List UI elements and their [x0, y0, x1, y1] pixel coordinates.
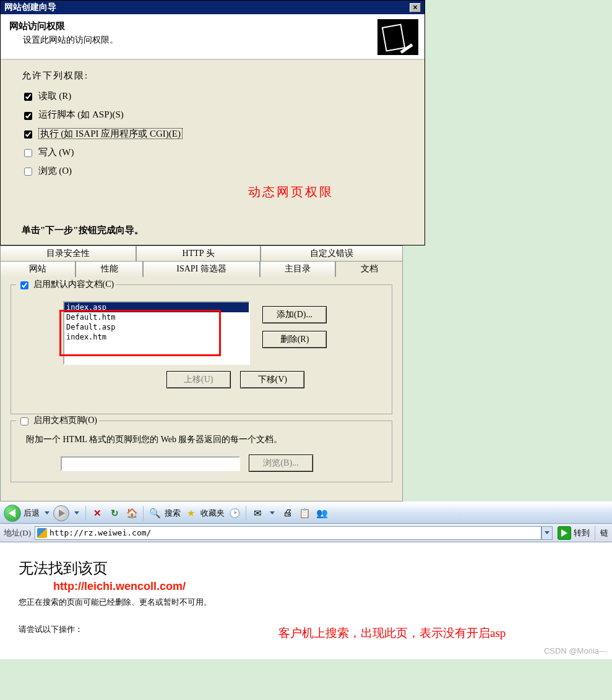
tab-home-dir[interactable]: 主目录 [260, 261, 335, 277]
address-url: http://rz.weiwei.com/ [50, 528, 151, 537]
perm-browse-checkbox[interactable] [24, 168, 32, 176]
doc-listbox[interactable]: index.asp Default.htm Default.asp index.… [63, 301, 250, 365]
perm-write-row: 写入 (W) [22, 147, 415, 159]
address-label: 地址(D) [4, 527, 31, 539]
enable-default-doc-checkbox[interactable] [20, 281, 28, 289]
error-page: 无法找到该页 您正在搜索的页面可能已经删除、更名或暂时不可用。 请尝试以下操作：… [0, 542, 612, 659]
go-button[interactable] [558, 526, 571, 540]
permissions-title: 允许下列权限: [22, 70, 415, 82]
default-doc-group: 启用默认内容文档(C) index.asp Default.htm Defaul… [11, 284, 392, 414]
perm-exec-checkbox[interactable] [24, 130, 32, 139]
toolbar-separator [595, 526, 595, 540]
tab-performance[interactable]: 性能 [75, 261, 143, 277]
list-item[interactable]: Default.asp [64, 322, 249, 332]
forward-button[interactable] [53, 505, 69, 521]
history-icon[interactable]: 🕑 [228, 506, 241, 520]
wizard-footer-text: 单击"下一步"按钮完成向导。 [1, 221, 425, 245]
wizard-title-bar: 网站创建向导 × [1, 1, 425, 14]
print-icon[interactable]: 🖨 [280, 506, 294, 520]
forward-dropdown-icon[interactable] [74, 511, 79, 514]
messenger-icon[interactable]: 👥 [315, 506, 329, 520]
wizard-header: 网站访问权限 设置此网站的访问权限。 [1, 14, 425, 60]
home-icon[interactable]: 🏠 [125, 506, 139, 520]
tab-row-1: 目录安全性 HTTP 头 自定义错误 [0, 245, 403, 261]
toolbar-separator [143, 506, 144, 521]
tab-isapi[interactable]: ISAPI 筛选器 [143, 261, 260, 277]
toolbar-separator [246, 506, 246, 521]
csdn-watermark: CSDN @Moriia--- [544, 646, 607, 655]
favorites-icon[interactable]: ★ [184, 506, 197, 520]
mail-icon[interactable]: ✉ [251, 506, 264, 520]
perm-write-checkbox[interactable] [24, 149, 32, 157]
tab-dir-security[interactable]: 目录安全性 [0, 245, 136, 261]
perm-browse-row: 浏览 (O) [22, 165, 415, 177]
perm-script-label: 运行脚本 (如 ASP)(S) [38, 109, 124, 119]
doc-footer-legend: 启用文档页脚(O) [16, 415, 99, 427]
error-title: 无法找到该页 [19, 558, 593, 578]
tab-website[interactable]: 网站 [0, 261, 75, 277]
browse-button[interactable]: 浏览(B)... [249, 455, 313, 472]
move-up-button[interactable]: 上移(U) [166, 371, 231, 388]
iis-wizard-dialog: 网站创建向导 × 网站访问权限 设置此网站的访问权限。 允许下列权限: 读取 (… [0, 0, 425, 245]
refresh-icon[interactable]: ↻ [108, 506, 121, 520]
search-label[interactable]: 搜索 [165, 508, 181, 519]
add-button[interactable]: 添加(D)... [262, 306, 327, 323]
list-item[interactable]: index.asp [64, 302, 249, 312]
edit-icon[interactable]: 📋 [298, 506, 311, 520]
wizard-icon [377, 19, 418, 55]
back-dropdown-icon[interactable] [45, 511, 50, 514]
perm-browse-label: 浏览 (O) [38, 166, 72, 176]
address-dropdown[interactable] [541, 526, 553, 540]
list-item[interactable]: Default.htm [64, 312, 249, 322]
tab-row-2: 网站 性能 ISAPI 筛选器 主目录 文档 [0, 261, 403, 277]
wizard-subheading: 设置此网站的访问权限。 [9, 35, 118, 46]
annotation-asp-disabled: 客户机上搜索，出现此页，表示没有开启asp [278, 625, 506, 641]
mail-dropdown-icon[interactable] [270, 511, 275, 514]
perm-read-checkbox[interactable] [24, 93, 32, 101]
tab-custom-errors[interactable]: 自定义错误 [261, 245, 403, 261]
footer-path-input[interactable] [61, 456, 240, 471]
enable-footer-checkbox[interactable] [20, 417, 28, 425]
move-down-button[interactable]: 下移(V) [240, 371, 304, 388]
address-input[interactable]: http://rz.weiwei.com/ [35, 526, 541, 540]
perm-exec-row: 执行 (如 ISAPI 应用程序或 CGI)(E) [22, 128, 415, 140]
ie-page-icon [37, 528, 47, 538]
overlay-url-text: http://leichi.wencoll.com/ [53, 580, 186, 593]
perm-exec-label: 执行 (如 ISAPI 应用程序或 CGI)(E) [38, 128, 183, 139]
back-label: 后退 [24, 508, 40, 519]
list-item[interactable]: index.htm [64, 332, 249, 342]
back-button[interactable] [4, 505, 21, 522]
go-label: 转到 [574, 527, 590, 539]
perm-script-row: 运行脚本 (如 ASP)(S) [22, 109, 415, 121]
toolbar-separator [85, 506, 86, 521]
wizard-heading: 网站访问权限 [9, 20, 118, 32]
search-icon[interactable]: 🔍 [148, 506, 162, 520]
close-button[interactable]: × [410, 3, 421, 12]
ie-toolbar: 后退 ✕ ↻ 🏠 🔍 搜索 ★ 收藏夹 🕑 ✉ 🖨 📋 👥 [0, 502, 612, 524]
stop-icon[interactable]: ✕ [90, 506, 104, 520]
ie-address-bar: 地址(D) http://rz.weiwei.com/ 转到 链 [0, 524, 612, 542]
doc-footer-group: 启用文档页脚(O) 附加一个 HTML 格式的页脚到您的 Web 服务器返回的每… [11, 420, 392, 482]
wizard-title: 网站创建向导 [4, 2, 56, 13]
perm-read-label: 读取 (R) [38, 91, 72, 101]
perm-script-checkbox[interactable] [24, 112, 32, 120]
tab-http-headers[interactable]: HTTP 头 [136, 245, 260, 261]
delete-button[interactable]: 删除(R) [262, 331, 327, 348]
tab-page-documents: 启用默认内容文档(C) index.asp Default.htm Defaul… [0, 277, 403, 502]
enable-default-doc-label: 启用默认内容文档(C) [33, 280, 114, 289]
favorites-label[interactable]: 收藏夹 [200, 508, 225, 519]
default-doc-legend: 启用默认内容文档(C) [16, 279, 116, 291]
site-properties-dialog: 目录安全性 HTTP 头 自定义错误 网站 性能 ISAPI 筛选器 主目录 文… [0, 245, 403, 502]
annotation-dynamic-perm: 动态网页权限 [248, 184, 334, 200]
error-desc: 您正在搜索的页面可能已经删除、更名或暂时不可用。 [19, 597, 593, 608]
links-label[interactable]: 链 [600, 527, 608, 539]
enable-footer-label: 启用文档页脚(O) [33, 416, 97, 425]
footer-help-text: 附加一个 HTML 格式的页脚到您的 Web 服务器返回的每一个文档。 [11, 430, 392, 451]
perm-write-label: 写入 (W) [38, 147, 74, 157]
perm-read-row: 读取 (R) [22, 90, 415, 103]
tab-documents[interactable]: 文档 [335, 261, 403, 277]
